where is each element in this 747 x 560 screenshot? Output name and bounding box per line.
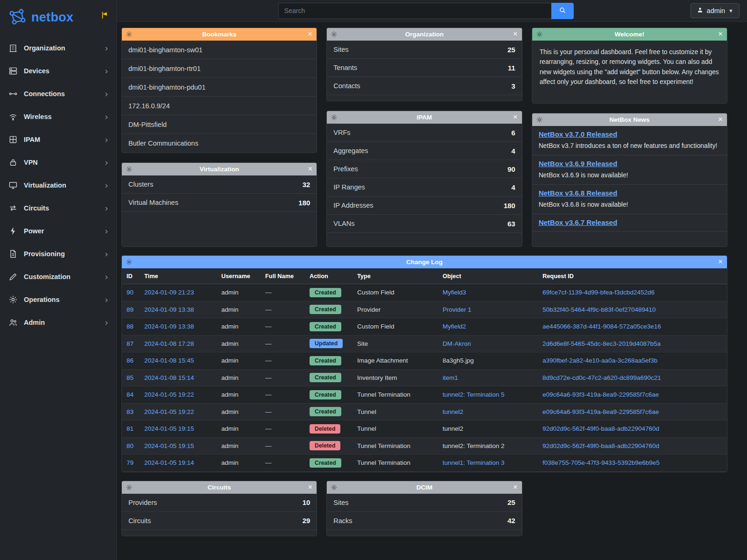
- sidebar-item-vpn[interactable]: VPN›: [0, 151, 116, 174]
- news-link[interactable]: NetBox v3.6.7 Released: [539, 218, 617, 226]
- changelog-request-link[interactable]: e09c64a6-93f3-419a-8ea9-229585f7c6ae: [543, 408, 659, 415]
- sidebar-item-organization[interactable]: Organization›: [0, 36, 116, 59]
- widget-close-icon[interactable]: ×: [513, 112, 518, 122]
- stat-value-link[interactable]: 4: [511, 147, 515, 155]
- widget-close-icon[interactable]: ×: [308, 482, 312, 492]
- bookmark-link[interactable]: dmi01-binghamton-pdu01: [122, 78, 317, 97]
- stat-value-link[interactable]: 180: [298, 199, 310, 207]
- changelog-time-link[interactable]: 2024-01-05 19:22: [144, 391, 194, 398]
- changelog-time-link[interactable]: 2024-01-09 13:38: [144, 306, 194, 313]
- bookmark-link[interactable]: dmi01-binghamton-rtr01: [122, 59, 317, 78]
- sidebar-item-wireless[interactable]: Wireless›: [0, 105, 116, 128]
- sidebar-item-ipam[interactable]: IPAM›: [0, 128, 116, 151]
- widget-config-gear-icon[interactable]: [126, 259, 133, 266]
- changelog-time-link[interactable]: 2024-01-09 21:23: [144, 289, 194, 296]
- changelog-id-link[interactable]: 81: [127, 425, 134, 432]
- stat-value-link[interactable]: 3: [511, 82, 515, 90]
- widget-config-gear-icon[interactable]: [331, 114, 338, 121]
- changelog-request-link[interactable]: e09c64a6-93f3-419a-8ea9-229585f7c6ae: [543, 391, 659, 398]
- changelog-time-link[interactable]: 2024-01-08 15:14: [144, 374, 194, 381]
- changelog-request-link[interactable]: a390fbef-2a82-4e10-aa0a-3c268aa5ef3b: [543, 357, 657, 364]
- changelog-id-link[interactable]: 88: [127, 323, 134, 330]
- user-menu-button[interactable]: admin ▼: [691, 3, 740, 18]
- widget-close-icon[interactable]: ×: [308, 29, 312, 39]
- news-link[interactable]: NetBox v3.7.0 Released: [539, 130, 617, 138]
- news-link[interactable]: NetBox v3.6.9 Released: [539, 160, 617, 168]
- search-button[interactable]: [551, 3, 574, 19]
- widget-close-icon[interactable]: ×: [308, 164, 312, 174]
- stat-value-link[interactable]: 25: [507, 498, 515, 506]
- widget-config-gear-icon[interactable]: [126, 484, 133, 491]
- sidebar-item-customization[interactable]: Customization›: [0, 265, 116, 288]
- changelog-request-link[interactable]: 92d02d9c-562f-49f0-baa8-adb22904760d: [543, 425, 659, 432]
- sidebar-item-virtualization[interactable]: Virtualization›: [0, 174, 116, 196]
- changelog-object-link[interactable]: tunnel1: Termination 3: [443, 459, 505, 466]
- pinned-flag-icon[interactable]: [99, 10, 109, 21]
- changelog-object-link[interactable]: item1: [443, 374, 458, 381]
- changelog-request-link[interactable]: f038e755-705e-47f3-9433-5392b9e6b9e5: [543, 459, 660, 466]
- stat-value-link[interactable]: 32: [303, 181, 310, 189]
- changelog-time-link[interactable]: 2024-01-05 19:15: [144, 442, 194, 449]
- widget-config-gear-icon[interactable]: [331, 484, 338, 491]
- stat-value-link[interactable]: 6: [511, 129, 515, 137]
- search-input[interactable]: [278, 3, 551, 19]
- changelog-id-link[interactable]: 79: [127, 459, 134, 466]
- changelog-request-link[interactable]: ae445066-387d-44f1-9084-572a05ce3e16: [543, 323, 661, 330]
- bookmark-link[interactable]: Butler Communications: [122, 134, 317, 153]
- stat-value-link[interactable]: 90: [507, 165, 515, 173]
- sidebar-item-power[interactable]: Power›: [0, 219, 116, 242]
- changelog-time-link[interactable]: 2024-01-09 13:38: [144, 323, 194, 330]
- stat-value-link[interactable]: 29: [303, 517, 310, 525]
- bookmark-link[interactable]: 172.16.0.9/24: [122, 97, 317, 115]
- changelog-id-link[interactable]: 90: [127, 289, 134, 296]
- stat-value-link[interactable]: 42: [507, 517, 515, 525]
- sidebar-item-provisioning[interactable]: Provisioning›: [0, 242, 116, 265]
- stat-value-link[interactable]: 4: [511, 183, 515, 191]
- widget-config-gear-icon[interactable]: [126, 31, 133, 38]
- changelog-object-link[interactable]: Myfield3: [443, 289, 466, 296]
- changelog-object-link[interactable]: tunnel2: [443, 408, 463, 415]
- sidebar-item-devices[interactable]: Devices›: [0, 59, 116, 82]
- changelog-id-link[interactable]: 80: [127, 442, 134, 449]
- changelog-time-link[interactable]: 2024-01-05 19:14: [144, 459, 194, 466]
- sidebar-item-circuits[interactable]: Circuits›: [0, 196, 116, 219]
- widget-config-gear-icon[interactable]: [126, 166, 133, 173]
- changelog-id-link[interactable]: 87: [127, 340, 134, 347]
- news-link[interactable]: NetBox v3.6.8 Released: [539, 189, 617, 197]
- stat-value-link[interactable]: 10: [303, 498, 310, 506]
- changelog-time-link[interactable]: 2024-01-08 17:28: [144, 340, 194, 347]
- bookmark-link[interactable]: DM-Pittsfield: [122, 115, 317, 134]
- widget-config-gear-icon[interactable]: [536, 116, 543, 123]
- changelog-time-link[interactable]: 2024-01-08 15:45: [144, 357, 194, 364]
- bookmark-link[interactable]: dmi01-binghamton-sw01: [122, 41, 317, 59]
- changelog-request-link[interactable]: 8d9cd72e-cd0c-47c2-a620-dc899a690c21: [543, 374, 661, 381]
- changelog-request-link[interactable]: 69fce7cf-1139-4d99-bfea-f3dcbd2452d6: [543, 289, 655, 296]
- stat-value-link[interactable]: 11: [508, 64, 515, 72]
- changelog-id-link[interactable]: 84: [127, 391, 134, 398]
- changelog-object-link[interactable]: DM-Akron: [443, 340, 471, 347]
- changelog-id-link[interactable]: 85: [127, 374, 134, 381]
- widget-config-gear-icon[interactable]: [536, 31, 543, 38]
- stat-value-link[interactable]: 180: [504, 202, 515, 210]
- widget-close-icon[interactable]: ×: [513, 482, 518, 492]
- sidebar-item-connections[interactable]: Connections›: [0, 82, 116, 105]
- changelog-id-link[interactable]: 89: [127, 306, 134, 313]
- changelog-object-link[interactable]: Provider 1: [443, 306, 472, 313]
- changelog-object-link[interactable]: Myfield2: [443, 323, 466, 330]
- changelog-object-link[interactable]: tunnel2: Termination 5: [443, 391, 505, 398]
- widget-config-gear-icon[interactable]: [331, 31, 338, 38]
- changelog-id-link[interactable]: 86: [127, 357, 134, 364]
- changelog-time-link[interactable]: 2024-01-05 19:15: [144, 425, 194, 432]
- widget-close-icon[interactable]: ×: [718, 114, 723, 125]
- changelog-request-link[interactable]: 2d6d6e8f-5465-45dc-8ec3-2019d4087b5a: [543, 340, 661, 347]
- sidebar-item-admin[interactable]: Admin›: [0, 311, 116, 334]
- brand[interactable]: netbox: [0, 0, 116, 36]
- widget-close-icon[interactable]: ×: [718, 257, 723, 267]
- changelog-id-link[interactable]: 83: [127, 408, 134, 415]
- stat-value-link[interactable]: 25: [507, 46, 515, 54]
- sidebar-item-operations[interactable]: Operations›: [0, 288, 116, 311]
- changelog-request-link[interactable]: 92d02d9c-562f-49f0-baa8-adb22904760d: [543, 442, 659, 449]
- changelog-time-link[interactable]: 2024-01-05 19:22: [144, 408, 194, 415]
- widget-close-icon[interactable]: ×: [513, 29, 518, 39]
- changelog-request-link[interactable]: 50b32f40-5464-4f9c-b83f-0ef270489410: [543, 306, 655, 313]
